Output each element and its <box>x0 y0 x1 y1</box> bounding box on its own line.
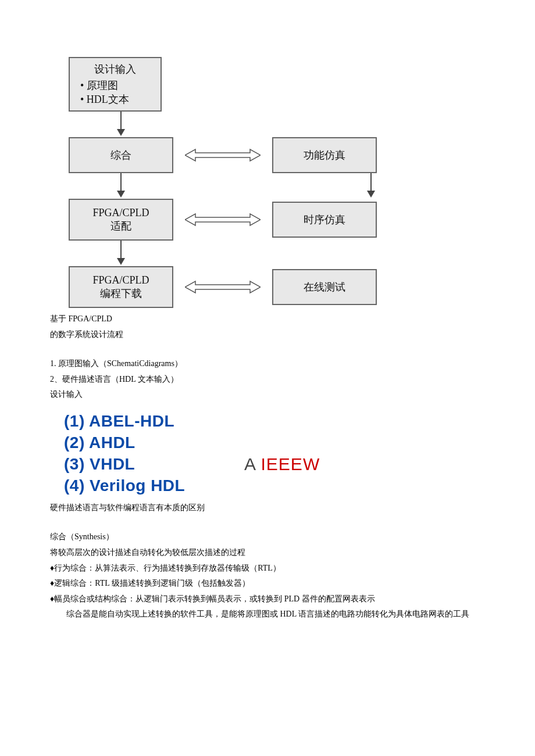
box-design-input-line1: • 原理图 <box>80 78 118 92</box>
hdl-note: 硬件描述语言与软件编程语言有本质的区别 <box>50 500 492 516</box>
hdl-item-1: (1) ABEL-HDL <box>64 411 413 432</box>
box-program-line1: FPGA/CPLD <box>92 274 149 286</box>
double-arrow-icon <box>173 212 272 227</box>
box-time-sim: 时序仿真 <box>272 202 377 238</box>
synth-title: 综合（Synthesis） <box>50 529 492 545</box>
synth-line5: 综合器是能自动实现上述转换的软件工具，是能将原理图或 HDL 语言描述的电路功能… <box>50 607 492 622</box>
box-design-input-title: 设计输入 <box>94 62 136 76</box>
synth-line4: ♦幅员综合或结构综合：从逻辑门表示转换到幅员表示，或转换到 PLD 器件的配置网… <box>50 592 492 607</box>
box-func-sim-label: 功能仿真 <box>304 148 345 162</box>
box-synthesis: 综合 <box>69 137 173 173</box>
ieee-a: A <box>244 454 256 474</box>
box-fit: FPGA/CPLD 适配 <box>69 199 173 241</box>
box-online-test-label: 在线测试 <box>304 280 345 294</box>
synth-line1: 将较高层次的设计描述自动转化为较低层次描述的过程 <box>50 545 492 561</box>
box-synthesis-label: 综合 <box>110 148 131 162</box>
caption-line1: 基于 FPGA/CPLD <box>50 311 492 327</box>
box-fit-line1: FPGA/CPLD <box>92 207 149 219</box>
box-online-test: 在线测试 <box>272 269 377 305</box>
box-design-input-line2: • HDL文本 <box>80 92 129 106</box>
double-arrow-icon <box>173 280 272 295</box>
synth-line3: ♦逻辑综合：RTL 级描述转换到逻辑门级（包括触发器） <box>50 576 492 592</box>
svg-marker-1 <box>185 214 261 225</box>
synth-line2: ♦行为综合：从算法表示、行为描述转换到存放器传输级（RTL） <box>50 561 492 576</box>
box-time-sim-label: 时序仿真 <box>304 213 345 227</box>
box-program: FPGA/CPLD 编程下载 <box>69 266 173 308</box>
caption-line2: 的数字系统设计流程 <box>50 327 492 343</box>
hdl-item-2: (2) AHDL <box>64 432 413 454</box>
hdl-item-3: (3) VHDL <box>64 454 413 475</box>
input-heading: 设计输入 <box>50 387 492 403</box>
box-program-line2: 编程下载 <box>100 286 142 300</box>
ieee-w: IEEEW <box>261 454 320 474</box>
box-design-input: 设计输入 • 原理图 • HDL文本 <box>69 57 162 112</box>
hdl-item-4: (4) Verilog HDL <box>64 475 413 497</box>
box-fit-line2: 适配 <box>110 219 131 233</box>
ieee-mark: AIEEEW <box>244 453 320 476</box>
svg-marker-0 <box>185 149 261 161</box>
box-func-sim: 功能仿真 <box>272 137 377 173</box>
svg-marker-2 <box>185 281 261 293</box>
flow-diagram: 设计输入 • 原理图 • HDL文本 综合 功能仿真 <box>69 57 377 308</box>
hdl-list: (1) ABEL-HDL (2) AHDL (3) VHDL (4) Veril… <box>64 411 413 497</box>
double-arrow-icon <box>173 148 272 163</box>
input-method-1: 1. 原理图输入（SChematiCdiagrams） <box>50 356 492 372</box>
input-method-2: 2、硬件描述语言（HDL 文本输入） <box>50 372 492 388</box>
